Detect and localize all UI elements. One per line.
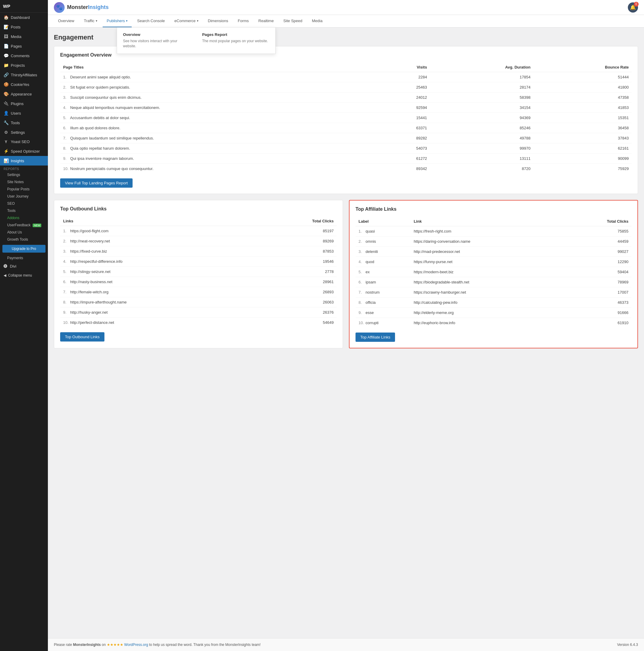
sidebar-item-posts[interactable]: 📝 Posts	[0, 22, 48, 32]
col-bounce-rate: Bounce Rate	[534, 63, 632, 72]
cell-link: 3. https://fixed-curve.biz	[60, 246, 254, 256]
sidebar-item-yoast[interactable]: Y Yoast SEO	[0, 137, 48, 146]
sidebar-sub-seo[interactable]: SEO	[0, 200, 48, 207]
cell-clicks: 75855	[549, 226, 632, 237]
col-visits: Visits	[375, 63, 430, 72]
cell-link: 4. http://respectful-difference.info	[60, 256, 254, 267]
sidebar-item-speed[interactable]: ⚡ Speed Optimizer	[0, 146, 48, 156]
sidebar-sub-growthtools[interactable]: Growth Tools	[0, 236, 48, 243]
collapse-menu-button[interactable]: ◀ Collapse menu	[0, 271, 48, 280]
notification-badge: 0	[634, 2, 639, 7]
sidebar-sub-settings[interactable]: Settings	[0, 171, 48, 178]
cell-visits: 89282	[375, 133, 430, 143]
cell-link: http://calculating-pew.info	[411, 298, 549, 308]
tab-dimensions[interactable]: Dimensions	[204, 15, 232, 27]
sidebar-sub-aboutus[interactable]: About Us	[0, 229, 48, 236]
col-avg-duration: Avg. Duration	[430, 63, 534, 72]
cell-link: https://funny-purse.net	[411, 257, 549, 267]
tab-overview[interactable]: Overview	[54, 15, 78, 27]
sidebar-sub-userjourney[interactable]: User Journey	[0, 193, 48, 200]
sidebar-sub-sitenotes[interactable]: Site Notes	[0, 178, 48, 186]
cell-label: 10. corrupti	[356, 318, 411, 328]
sidebar-payments[interactable]: Payments	[0, 254, 48, 261]
col-total-clicks: Total Clicks	[254, 216, 337, 226]
tab-media[interactable]: Media	[308, 15, 326, 27]
tab-publishers[interactable]: Publishers ▾	[103, 15, 132, 27]
sidebar-item-projects[interactable]: 📁 Projects	[0, 60, 48, 70]
sidebar-item-comments[interactable]: 💬 Comments	[0, 51, 48, 60]
cell-link: 2. http://neat-recovery.net	[60, 236, 254, 246]
sidebar-item-plugins[interactable]: 🔌 Plugins	[0, 99, 48, 108]
table-row: 6. http://nasty-business.net 28961	[60, 277, 337, 287]
sidebar-item-settings[interactable]: ⚙ Settings	[0, 127, 48, 137]
sidebar-item-label: Posts	[11, 25, 21, 29]
table-row: 8. Quia optio repellat harum dolorem. 54…	[60, 143, 632, 154]
dashboard-icon: 🏠	[4, 15, 8, 20]
sidebar-item-users[interactable]: 👤 Users	[0, 108, 48, 118]
tab-traffic[interactable]: Traffic ▾	[79, 15, 101, 27]
upgrade-to-pro-button[interactable]: Upgrade to Pro	[2, 245, 45, 253]
footer-text: Please rate MonsterInsights on ★★★★★ Wor…	[54, 643, 261, 647]
sidebar-item-insights[interactable]: 📊 Insights	[0, 156, 48, 165]
top-outbound-links-button[interactable]: Top Outbound Links	[60, 332, 104, 342]
sidebar-sub-popularposts[interactable]: Popular Posts	[0, 186, 48, 193]
cell-label: 5. ex	[356, 267, 411, 277]
tab-searchconsole[interactable]: Search Console	[133, 15, 169, 27]
logo-icon: 🐾	[54, 2, 65, 13]
sidebar-item-cookieyes[interactable]: 🍪 CookieYes	[0, 80, 48, 89]
collapse-icon: ◀	[4, 273, 6, 277]
cell-avg-duration: 28174	[430, 82, 534, 92]
sidebar-sub-userfeedback[interactable]: UserFeedback NEW	[0, 221, 48, 229]
tab-sitespeed[interactable]: Site Speed	[279, 15, 307, 27]
cell-link: 8. https://impure-afterthought.name	[60, 297, 254, 307]
settings-icon: ⚙	[4, 130, 8, 135]
sidebar-divi[interactable]: 🅓 Divi	[0, 261, 48, 271]
cell-title: 4. Neque aliquid temporibus numquam exer…	[60, 103, 375, 113]
cell-avg-duration: 13111	[430, 154, 534, 164]
sidebar-item-pages[interactable]: 📄 Pages	[0, 41, 48, 51]
outbound-links-card: Top Outbound Links Links Total Clicks 1.…	[54, 200, 343, 348]
cell-clicks: 26376	[254, 307, 337, 317]
dropdown-pages-col[interactable]: Pages Report The most popular pages on y…	[196, 28, 275, 54]
caret-icon: ▾	[126, 19, 127, 23]
cell-visits: 92594	[375, 103, 430, 113]
cell-bounce-rate: 90099	[534, 154, 632, 164]
cell-clicks: 26893	[254, 287, 337, 297]
projects-icon: 📁	[4, 63, 8, 68]
footer-wordpress-link[interactable]: WordPress.org	[124, 643, 148, 647]
sidebar-item-thirstyaffiliates[interactable]: 🔗 ThirstyAffiliates	[0, 70, 48, 80]
sidebar-sub-addons[interactable]: Addons	[0, 214, 48, 221]
footer-version: Version 6.4.3	[617, 643, 638, 647]
cell-title: 8. Quia optio repellat harum dolorem.	[60, 143, 375, 154]
table-row: 3. Suscipit consequuntur quis enim dicim…	[60, 92, 632, 103]
table-row: 2. http://neat-recovery.net 89269	[60, 236, 337, 246]
engagement-overview-card: Engagement Overview Page Titles Visits A…	[54, 46, 638, 194]
sidebar-item-media[interactable]: 🖼 Media	[0, 32, 48, 41]
speed-icon: ⚡	[4, 149, 8, 154]
tab-forms[interactable]: Forms	[234, 15, 253, 27]
dropdown-pages-desc: The most popular pages on your website.	[202, 39, 269, 44]
sidebar-item-dashboard[interactable]: 🏠 Dashboard	[0, 12, 48, 22]
affiliate-links-title: Top Affiliate Links	[356, 207, 632, 212]
table-row: 8. officia http://calculating-pew.info 4…	[356, 298, 632, 308]
cell-clicks: 17007	[549, 287, 632, 298]
sidebar-item-label: Plugins	[11, 101, 24, 106]
tab-realtime[interactable]: Realtime	[254, 15, 278, 27]
view-full-report-button[interactable]: View Full Top Landing Pages Report	[60, 178, 133, 188]
nav-tabs: Overview Traffic ▾ Publishers ▾ Search C…	[48, 15, 644, 28]
cell-title: 3. Suscipit consequuntur quis enim dicim…	[60, 92, 375, 103]
tools-icon: 🔧	[4, 120, 8, 125]
dropdown-overview-col[interactable]: Overview See how visitors interact with …	[117, 28, 196, 54]
sidebar-item-appearance[interactable]: 🎨 Appearance	[0, 89, 48, 99]
table-row: 7. nostrum https://scrawny-hamburger.net…	[356, 287, 632, 298]
table-row: 2. omnis https://daring-conversation.nam…	[356, 237, 632, 247]
cell-visits: 89342	[375, 164, 430, 174]
top-affiliate-links-button[interactable]: Top Affiliate Links	[356, 333, 395, 342]
table-row: 9. Qui ipsa inventore magnam laborum. 61…	[60, 154, 632, 164]
tab-ecommerce[interactable]: eCommerce ▾	[170, 15, 202, 27]
dropdown-pages-title: Pages Report	[202, 32, 269, 37]
cell-clicks: 99027	[549, 247, 632, 257]
sidebar-sub-tools[interactable]: Tools	[0, 207, 48, 214]
sidebar-item-tools[interactable]: 🔧 Tools	[0, 118, 48, 127]
notification-button[interactable]: 🔔 0	[628, 2, 638, 12]
